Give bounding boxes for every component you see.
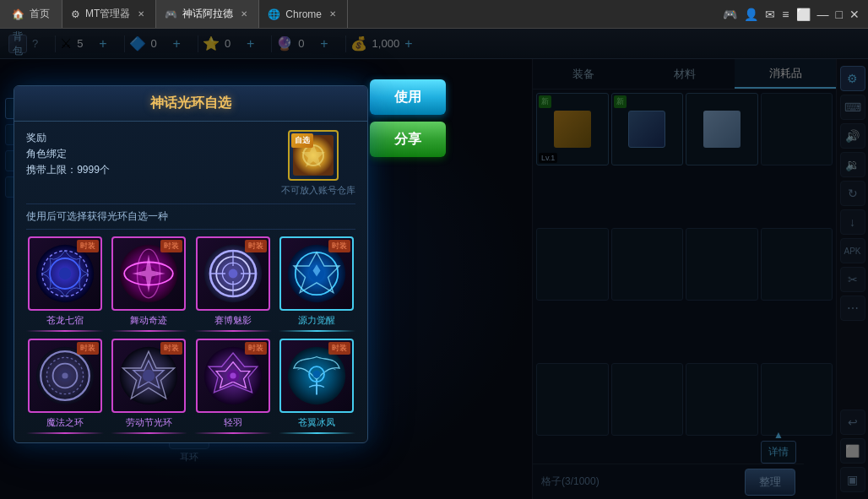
item-underline-7 bbox=[279, 432, 356, 434]
list-item[interactable]: 时装 bbox=[194, 236, 272, 332]
svg-point-15 bbox=[229, 268, 238, 278]
list-item[interactable]: 时装 苍龙七宿 bbox=[26, 236, 104, 332]
svg-point-33 bbox=[143, 369, 155, 381]
select-item-name-5: 劳动节光环 bbox=[126, 416, 172, 429]
char-bind-line: 角色绑定 bbox=[26, 146, 273, 162]
tab-mt[interactable]: ⚙ MT管理器 ✕ bbox=[62, 0, 156, 28]
item-underline-2 bbox=[194, 330, 272, 332]
tab-mt-close[interactable]: ✕ bbox=[135, 8, 147, 20]
equip-tag-7: 时装 bbox=[328, 342, 350, 355]
modal-char-info: 奖励 角色绑定 携带上限：9999个 bbox=[26, 130, 273, 179]
select-item-name-3: 源力觉醒 bbox=[298, 314, 335, 327]
avatar-icon[interactable]: 👤 bbox=[744, 8, 758, 21]
select-item-box-2[interactable]: 时装 bbox=[196, 236, 270, 311]
select-item-box-6[interactable]: 时装 bbox=[196, 339, 270, 413]
char-bind-label: 角色绑定 bbox=[26, 148, 67, 160]
select-item-box-1[interactable]: 时装 bbox=[111, 236, 186, 311]
browser-icons: 🎮 👤 ✉ ≡ ⬜ — □ ✕ bbox=[723, 8, 868, 21]
list-item[interactable]: 时装 轻羽 bbox=[194, 339, 272, 434]
game-container: 背包 ? ⚔ 5 + 🔷 0 + ⭐ 0 + 🔮 0 + bbox=[0, 29, 868, 499]
modal-title: 神话光环自选 bbox=[150, 95, 231, 110]
select-item-name-2: 赛博魅影 bbox=[214, 314, 252, 327]
share-button[interactable]: 分享 bbox=[370, 122, 446, 157]
modal-item-preview[interactable]: 自选 bbox=[288, 130, 339, 181]
select-item-name-1: 舞动奇迹 bbox=[130, 314, 167, 327]
carry-limit-label: 携带上限：9999个 bbox=[26, 164, 110, 176]
minimize-icon[interactable]: — bbox=[817, 8, 829, 21]
list-item[interactable]: 时装 bbox=[279, 339, 356, 434]
svg-point-29 bbox=[62, 372, 68, 378]
tab-chrome-label: Chrome bbox=[285, 8, 322, 20]
svg-point-38 bbox=[230, 372, 236, 378]
select-item-box-3[interactable]: 时装 bbox=[279, 236, 354, 311]
tab-game-close[interactable]: ✕ bbox=[238, 8, 250, 20]
close-icon[interactable]: ✕ bbox=[849, 8, 860, 21]
svg-point-41 bbox=[313, 370, 321, 377]
list-item[interactable]: 时装 劳动节光环 bbox=[111, 339, 188, 434]
tab-chrome-close[interactable]: ✕ bbox=[327, 8, 339, 20]
item-underline-3 bbox=[279, 330, 356, 332]
menu-icon[interactable]: ≡ bbox=[782, 8, 789, 21]
modal-overlay[interactable]: 使用 分享 神话光环自选 奖励 角色绑定 bbox=[0, 29, 868, 499]
select-item-name-7: 苍翼冰凤 bbox=[298, 416, 335, 429]
modal-body: 奖励 角色绑定 携带上限：9999个 自选 bbox=[14, 122, 367, 442]
reward-row: 奖励 角色绑定 携带上限：9999个 自选 bbox=[26, 130, 355, 197]
carry-limit-line: 携带上限：9999个 bbox=[26, 162, 273, 178]
game-icon: 🎮 bbox=[165, 8, 177, 20]
select-item-box-7[interactable]: 时装 bbox=[279, 339, 354, 413]
equip-tag-0: 时装 bbox=[77, 240, 99, 252]
item-underline-6 bbox=[194, 432, 272, 434]
tab-chrome[interactable]: 🌐 Chrome ✕ bbox=[259, 0, 348, 28]
select-item-box-4[interactable]: 时装 bbox=[28, 339, 102, 413]
list-item[interactable]: 时装 魔法之环 bbox=[26, 339, 104, 434]
item-underline-4 bbox=[26, 432, 104, 434]
svg-point-6 bbox=[59, 267, 71, 279]
reward-label-line: 奖励 bbox=[26, 130, 273, 146]
list-item[interactable]: 时装 舞动奇迹 bbox=[111, 236, 188, 332]
modal-dialog: 神话光环自选 奖励 角色绑定 携带上限：9999个 bbox=[14, 85, 368, 443]
select-item-name-6: 轻羽 bbox=[224, 416, 242, 429]
chrome-icon: 🌐 bbox=[268, 8, 280, 20]
tab-game[interactable]: 🎮 神话阿拉德 ✕ bbox=[156, 0, 259, 28]
mt-icon: ⚙ bbox=[71, 8, 80, 20]
equip-tag-1: 时装 bbox=[160, 240, 182, 252]
tab-mt-label: MT管理器 bbox=[85, 7, 130, 21]
warehouse-note: 不可放入账号仓库 bbox=[281, 184, 355, 197]
equip-tag-6: 时装 bbox=[245, 342, 267, 355]
select-item-name-4: 魔法之环 bbox=[46, 416, 84, 429]
select-item-box-5[interactable]: 时装 bbox=[111, 339, 186, 413]
select-item-name-0: 苍龙七宿 bbox=[46, 314, 84, 327]
tab-home[interactable]: 🏠 首页 bbox=[0, 0, 62, 28]
select-item-grid: 时装 苍龙七宿 bbox=[26, 236, 355, 434]
item-underline-0 bbox=[26, 330, 104, 332]
select-item-box-0[interactable]: 时装 bbox=[28, 236, 102, 311]
list-item[interactable]: 时装 源力觉醒 bbox=[279, 236, 356, 332]
window-icon[interactable]: ⬜ bbox=[796, 8, 811, 21]
mail-icon[interactable]: ✉ bbox=[765, 8, 775, 21]
use-description: 使用后可选择获得光环自选一种 bbox=[26, 203, 355, 230]
equip-tag-4: 时装 bbox=[77, 342, 99, 355]
tab-game-label: 神话阿拉德 bbox=[182, 7, 233, 21]
tab-home-label: 首页 bbox=[30, 7, 50, 21]
action-buttons: 使用 分享 bbox=[363, 71, 868, 165]
reward-label: 奖励 bbox=[26, 132, 46, 144]
equip-tag-2: 时装 bbox=[245, 240, 267, 252]
modal-title-bar: 神话光环自选 bbox=[14, 86, 367, 122]
equip-tag-5: 时装 bbox=[160, 342, 182, 355]
item-underline-5 bbox=[111, 432, 188, 434]
home-icon: 🏠 bbox=[12, 8, 24, 20]
use-button[interactable]: 使用 bbox=[370, 79, 446, 115]
gamepad-icon[interactable]: 🎮 bbox=[723, 8, 737, 21]
maximize-icon[interactable]: □ bbox=[836, 8, 843, 21]
equip-tag-3: 时装 bbox=[328, 240, 350, 252]
self-select-badge: 自选 bbox=[291, 133, 313, 148]
browser-bar: 🏠 首页 ⚙ MT管理器 ✕ 🎮 神话阿拉德 ✕ 🌐 Chrome ✕ 🎮 👤 … bbox=[0, 0, 868, 29]
item-underline-1 bbox=[111, 330, 188, 332]
